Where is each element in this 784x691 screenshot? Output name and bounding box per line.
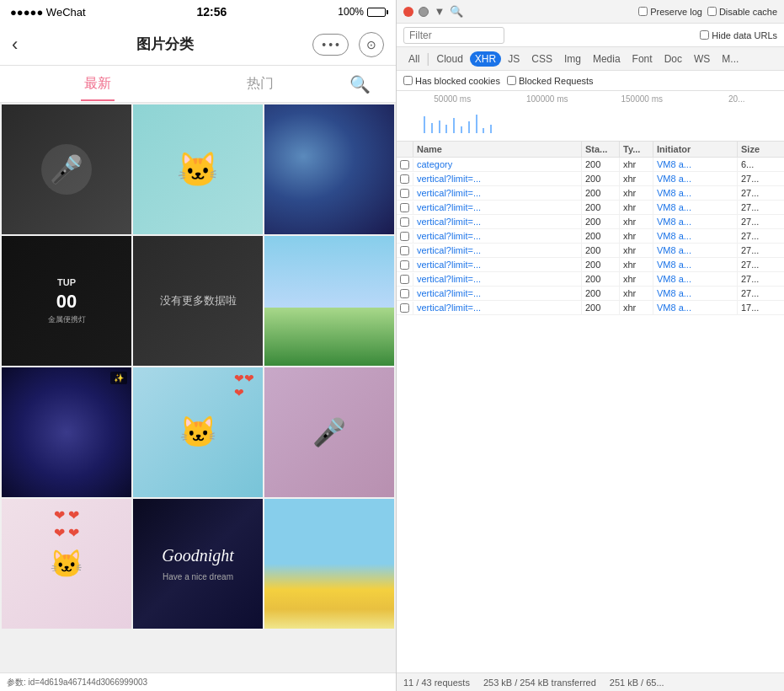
row-name[interactable]: vertical?limit=... [413,172,582,185]
filter-input[interactable] [403,27,504,44]
tab-more[interactable]: M... [717,51,744,67]
status-bar-right: 100% [338,6,386,18]
tab-cloud[interactable]: Cloud [432,51,468,67]
stop-button[interactable] [419,7,429,17]
table-header: Name Sta... Ty... Initiator Size Ti... W… [397,142,784,158]
filter-icon[interactable]: ▼ [434,6,445,18]
preserve-log-checkbox[interactable]: Preserve log [638,7,702,17]
image-cell-landscape[interactable] [264,236,394,366]
network-table[interactable]: Name Sta... Ty... Initiator Size Ti... W… [397,142,784,672]
image-cell-cat-mic[interactable]: 🎤 [264,367,394,497]
row-initiator[interactable]: VM8 a... [653,215,738,228]
tab-img[interactable]: Img [559,51,586,67]
bottom-text: 参数: id=4d619a467144d3066999003 [7,678,147,687]
tab-media[interactable]: Media [588,51,626,67]
timeline-chart [405,105,776,135]
image-cell-lamp1[interactable]: TUP 00 金属便携灯 [2,236,131,366]
blocked-requests-checkbox[interactable]: Blocked Requests [507,76,594,86]
nav-actions: ••• ⊙ [312,32,384,57]
row-name[interactable]: category [413,158,582,171]
table-row[interactable]: vertical?limit=... 200 xhr VM8 a... 27..… [397,229,784,244]
col-size[interactable]: Size [738,142,784,157]
timeline-area: 50000 ms 100000 ms 150000 ms 20... [397,91,784,142]
row-name[interactable]: vertical?limit=... [413,186,582,200]
product-model: 00 [56,291,77,313]
tab-js[interactable]: JS [503,51,525,67]
tab-latest[interactable]: 最新 [17,67,179,101]
timeline-labels: 50000 ms 100000 ms 150000 ms 20... [405,91,784,105]
hide-data-urls-checkbox[interactable]: Hide data URLs [700,30,777,40]
row-name[interactable]: vertical?limit=... [413,244,582,257]
tab-ws[interactable]: WS [689,51,715,67]
row-size: 27... [738,287,784,300]
col-name[interactable]: Name [413,142,582,157]
row-initiator[interactable]: VM8 a... [653,158,738,171]
row-name[interactable]: vertical?limit=... [413,258,582,271]
more-options-button[interactable]: ••• [312,34,349,56]
row-status: 200 [582,258,620,271]
row-status: 200 [582,158,620,171]
back-button[interactable]: ‹ [12,34,18,56]
table-row[interactable]: vertical?limit=... 200 xhr VM8 a... 27..… [397,201,784,215]
record-button[interactable] [403,7,413,17]
image-cell-cats[interactable]: 🐱 [133,104,263,234]
image-cell-beach[interactable] [264,499,394,629]
row-name[interactable]: vertical?limit=... [413,229,582,243]
bottom-bar: 参数: id=4d619a467144d3066999003 [0,672,396,691]
image-cell-space[interactable] [264,104,394,234]
row-initiator[interactable]: VM8 a... [653,201,738,214]
row-type: xhr [620,201,653,214]
row-initiator[interactable]: VM8 a... [653,272,738,286]
row-initiator[interactable]: VM8 a... [653,287,738,300]
microphone-icon: 🎤 [50,153,83,185]
row-initiator[interactable]: VM8 a... [653,258,738,271]
scan-button[interactable]: ⊙ [359,32,384,57]
mobile-panel: ●●●●● WeChat 12:56 100% ‹ 图片分类 ••• ⊙ 最新 … [0,0,396,691]
table-row[interactable]: vertical?limit=... 200 xhr VM8 a... 27..… [397,258,784,272]
tab-css[interactable]: CSS [526,51,557,67]
timeline-label-1: 50000 ms [405,94,500,104]
table-row[interactable]: vertical?limit=... 200 xhr VM8 a... 27..… [397,272,784,287]
row-name[interactable]: vertical?limit=... [413,272,582,286]
table-row[interactable]: vertical?limit=... 200 xhr VM8 a... 27..… [397,287,784,301]
image-cell-space2[interactable]: ✨ [2,367,131,497]
row-type: xhr [620,244,653,257]
row-name[interactable]: vertical?limit=... [413,287,582,300]
blocked-cookies-checkbox[interactable]: Has blocked cookies [403,76,500,86]
row-initiator[interactable]: VM8 a... [653,186,738,200]
search-icon[interactable]: 🔍 [451,6,462,18]
table-row[interactable]: category 200 xhr VM8 a... 6... 84 ... [397,158,784,172]
image-cell-goodnight[interactable]: Goodnight Have a nice dream [133,499,263,629]
tab-font[interactable]: Font [627,51,658,67]
table-row[interactable]: vertical?limit=... 200 xhr VM8 a... 27..… [397,215,784,229]
table-row[interactable]: vertical?limit=... 200 xhr VM8 a... 27..… [397,186,784,201]
row-name[interactable]: vertical?limit=... [413,301,582,314]
tab-doc[interactable]: Doc [659,51,687,67]
row-status: 200 [582,172,620,185]
row-type: xhr [620,229,653,243]
row-initiator[interactable]: VM8 a... [653,172,738,185]
disable-cache-checkbox[interactable]: Disable cache [707,7,777,17]
tab-xhr[interactable]: XHR [470,51,501,67]
timeline-label-2: 100000 ms [500,94,595,104]
row-type: xhr [620,272,653,286]
tab-all[interactable]: All [403,51,424,67]
table-row[interactable]: vertical?limit=... 200 xhr VM8 a... 27..… [397,172,784,186]
image-cell-microphone[interactable]: 🎤 [2,104,131,234]
image-cell-cat-hearts2[interactable]: 🐱 ❤ ❤❤ ❤ [2,499,131,629]
devtools-status-bar: 11 / 43 requests 253 kB / 254 kB transfe… [397,672,784,691]
row-initiator[interactable]: VM8 a... [653,301,738,314]
tab-popular[interactable]: 热门 [179,67,342,101]
col-initiator[interactable]: Initiator [653,142,738,157]
status-bar-left: ●●●●● WeChat [10,6,86,19]
image-cell-cats-hearts[interactable]: 🐱 ❤❤❤ [133,367,263,497]
row-name[interactable]: vertical?limit=... [413,215,582,228]
col-status[interactable]: Sta... [582,142,620,157]
row-initiator[interactable]: VM8 a... [653,244,738,257]
table-row[interactable]: vertical?limit=... 200 xhr VM8 a... 17..… [397,301,784,315]
search-button[interactable]: 🔍 [341,74,379,94]
row-initiator[interactable]: VM8 a... [653,229,738,243]
col-type[interactable]: Ty... [620,142,653,157]
table-row[interactable]: vertical?limit=... 200 xhr VM8 a... 27..… [397,244,784,258]
row-name[interactable]: vertical?limit=... [413,201,582,214]
